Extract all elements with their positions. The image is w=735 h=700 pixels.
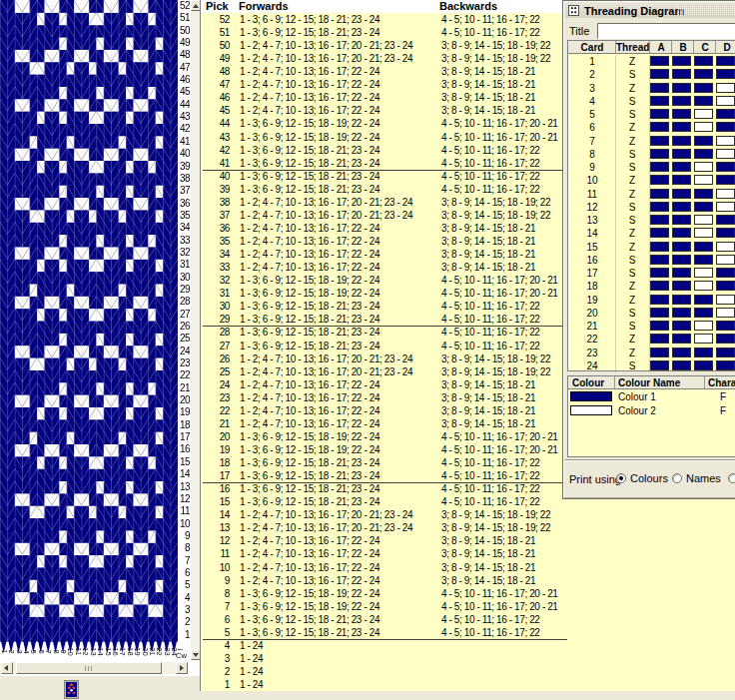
hole-colour-cell[interactable]	[650, 109, 669, 119]
hole-colour-cell[interactable]	[650, 360, 669, 370]
horizontal-scroll-thumb[interactable]	[16, 662, 162, 674]
hole-colour-cell[interactable]	[694, 189, 713, 199]
thread-direction[interactable]: Z	[616, 241, 648, 254]
pick-row[interactable]: 51 - 3; 6 - 9; 12 - 15; 18 - 21; 23 - 24…	[201, 626, 735, 639]
card-row[interactable]: 8S	[568, 148, 735, 161]
hole-colour-cell[interactable]	[716, 175, 735, 185]
hole-colour-cell[interactable]	[672, 96, 691, 106]
hole-colour-cell[interactable]	[716, 69, 735, 79]
card-row[interactable]: 19Z	[568, 294, 735, 307]
thread-direction[interactable]: S	[616, 108, 648, 121]
thread-direction[interactable]: S	[616, 307, 648, 320]
card-row[interactable]: 18Z	[568, 280, 735, 293]
thread-direction[interactable]: Z	[616, 280, 648, 293]
hole-colour-cell[interactable]	[694, 348, 713, 357]
hole-colour-cell[interactable]	[694, 96, 713, 106]
hole-colour-cell[interactable]	[650, 321, 669, 331]
card-row[interactable]: 3Z	[568, 82, 735, 95]
thread-direction[interactable]: S	[616, 254, 648, 267]
hole-colour-cell[interactable]	[694, 122, 713, 132]
hole-colour-cell[interactable]	[694, 109, 713, 119]
hole-colour-cell[interactable]	[672, 228, 691, 238]
hole-colour-cell[interactable]	[650, 162, 669, 172]
hole-colour-cell[interactable]	[694, 69, 713, 79]
pattern-horizontal-scrollbar[interactable]	[0, 661, 188, 674]
hole-colour-cell[interactable]	[650, 149, 669, 159]
card-row[interactable]: 21S	[568, 320, 735, 333]
pick-row[interactable]: 121 - 2; 4 - 7; 10 - 13; 16 - 17; 22 - 2…	[201, 534, 735, 547]
hole-colour-cell[interactable]	[650, 202, 669, 212]
hole-colour-cell[interactable]	[716, 268, 735, 278]
card-row[interactable]: 13S	[568, 214, 735, 227]
thread-direction[interactable]: Z	[616, 188, 648, 201]
hole-colour-cell[interactable]	[672, 56, 691, 66]
hole-colour-cell[interactable]	[694, 295, 713, 305]
pick-row[interactable]: 31 - 24	[201, 652, 735, 665]
card-row[interactable]: 9S	[568, 161, 735, 174]
pick-row[interactable]: 61 - 3; 6 - 9; 12 - 15; 18 - 21; 23 - 24…	[201, 613, 735, 626]
scroll-left-button[interactable]	[1, 662, 13, 674]
hole-colour-cell[interactable]	[716, 83, 735, 93]
card-row[interactable]: 15Z	[568, 241, 735, 254]
hole-colour-cell[interactable]	[672, 175, 691, 185]
hole-colour-cell[interactable]	[672, 149, 691, 159]
hole-colour-cell[interactable]	[716, 202, 735, 212]
card-row[interactable]: 20S	[568, 307, 735, 320]
hole-colour-cell[interactable]	[672, 360, 691, 370]
pick-row[interactable]: 91 - 2; 4 - 7; 10 - 13; 16 - 17; 22 - 24…	[201, 574, 735, 587]
thread-direction[interactable]: S	[616, 201, 648, 214]
pick-row[interactable]: 101 - 2; 4 - 7; 10 - 13; 16 - 17; 22 - 2…	[201, 561, 735, 574]
hole-colour-cell[interactable]	[694, 149, 713, 159]
card-row[interactable]: 16S	[568, 254, 735, 267]
hole-colour-cell[interactable]	[716, 321, 735, 331]
hole-colour-cell[interactable]	[694, 242, 713, 252]
hole-colour-cell[interactable]	[694, 268, 713, 278]
hole-colour-cell[interactable]	[650, 228, 669, 238]
hole-colour-cell[interactable]	[716, 360, 735, 370]
hole-colour-cell[interactable]	[672, 281, 691, 291]
colour-swatch[interactable]	[570, 405, 612, 415]
hole-colour-cell[interactable]	[716, 334, 735, 344]
hole-colour-cell[interactable]	[716, 136, 735, 146]
hole-colour-cell[interactable]	[672, 308, 691, 318]
hole-colour-cell[interactable]	[694, 202, 713, 212]
hole-colour-cell[interactable]	[672, 321, 691, 331]
card-row[interactable]: 4S	[568, 95, 735, 108]
card-row[interactable]: 2S	[568, 68, 735, 81]
hole-colour-cell[interactable]	[672, 242, 691, 252]
radio-button-icon[interactable]	[672, 473, 682, 483]
card-row[interactable]: 5S	[568, 108, 735, 121]
pick-row[interactable]: 11 - 24	[201, 678, 735, 691]
hole-colour-cell[interactable]	[716, 122, 735, 132]
thread-direction[interactable]: Z	[616, 333, 648, 346]
card-row[interactable]: 12S	[568, 201, 735, 214]
hole-colour-cell[interactable]	[650, 56, 669, 66]
hole-colour-cell[interactable]	[694, 321, 713, 331]
hole-colour-cell[interactable]	[694, 136, 713, 146]
pick-row[interactable]: 131 - 2; 4 - 7; 10 - 13; 16 - 17; 20 - 2…	[201, 521, 735, 534]
hole-colour-cell[interactable]	[650, 69, 669, 79]
hole-colour-cell[interactable]	[694, 56, 713, 66]
thread-direction[interactable]: S	[616, 359, 648, 372]
hole-colour-cell[interactable]	[716, 96, 735, 106]
hole-colour-cell[interactable]	[650, 295, 669, 305]
colour-swatch[interactable]	[570, 391, 612, 401]
hole-colour-cell[interactable]	[716, 162, 735, 172]
pick-row[interactable]: 111 - 2; 4 - 7; 10 - 13; 16 - 17; 22 - 2…	[201, 547, 735, 560]
hole-colour-cell[interactable]	[694, 162, 713, 172]
hole-colour-cell[interactable]	[716, 215, 735, 225]
hole-colour-cell[interactable]	[672, 109, 691, 119]
hole-colour-cell[interactable]	[716, 308, 735, 318]
hole-colour-cell[interactable]	[650, 96, 669, 106]
hole-colour-cell[interactable]	[716, 348, 735, 357]
hole-colour-cell[interactable]	[650, 136, 669, 146]
threading-window-titlebar[interactable]: Threading Diagram	[565, 3, 735, 18]
thread-direction[interactable]: Z	[616, 55, 648, 68]
scroll-right-button[interactable]	[176, 662, 188, 674]
hole-colour-cell[interactable]	[716, 242, 735, 252]
hole-colour-cell[interactable]	[672, 136, 691, 146]
hole-colour-cell[interactable]	[694, 83, 713, 93]
card-row[interactable]: 6Z	[568, 121, 735, 134]
hole-colour-cell[interactable]	[694, 308, 713, 318]
pick-row[interactable]: 141 - 2; 4 - 7; 10 - 13; 16 - 17; 20 - 2…	[201, 508, 735, 521]
